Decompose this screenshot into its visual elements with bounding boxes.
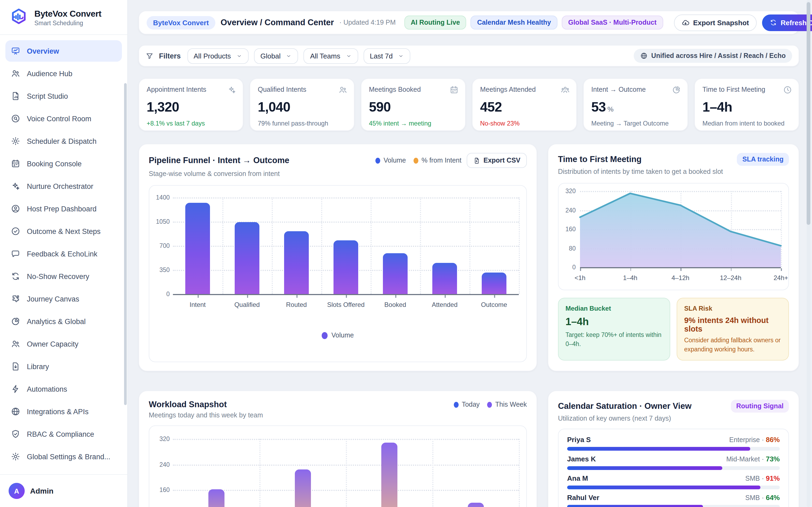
y-axis-tick-label: 320 — [151, 436, 170, 442]
sidebar-item-analytics-global[interactable]: Analytics & Global — [5, 311, 122, 332]
utilization-fill — [567, 486, 761, 489]
sidebar-item-script-studio[interactable]: Script Studio — [5, 85, 122, 107]
sidebar-item-global-settings-brand[interactable]: Global Settings & Brand... — [5, 446, 122, 467]
chevron-down-icon — [398, 53, 404, 59]
x-axis-tick — [781, 268, 782, 271]
sidebar-item-rbac-compliance[interactable]: RBAC & Compliance — [5, 423, 122, 445]
refresh-data-button[interactable]: Refresh Data — [762, 14, 812, 31]
ttfm-title: Time to First Meeting — [558, 155, 642, 164]
sidebar-item-outcome-next-steps[interactable]: Outcome & Next Steps — [5, 221, 122, 242]
sidebar-item-no-show-recovery[interactable]: No-Show Recovery — [5, 266, 122, 287]
sidebar-item-label: Nurture Orchestrator — [27, 182, 93, 190]
y-axis-tick-label: 0 — [559, 264, 576, 270]
sidebar-item-label: Automations — [27, 385, 67, 393]
saturation-row-rahul-ver: Rahul VerSMB · 64% — [567, 494, 780, 507]
x-axis-label: 4–12h — [662, 274, 699, 282]
sidebar-item-label: Script Studio — [27, 92, 68, 100]
kpi-title: Meetings Booked — [369, 86, 458, 93]
kpi-title: Qualified Intents — [258, 86, 346, 93]
sidebar-item-label: Overview — [27, 47, 59, 55]
y-axis-tick-label: 240 — [151, 461, 170, 467]
users-icon — [338, 85, 348, 95]
sidebar-item-journey-canvas[interactable]: Journey Canvas — [5, 288, 122, 309]
page-scrollbar[interactable] — [807, 0, 810, 507]
sidebar-item-label: Journey Canvas — [27, 295, 79, 303]
y-axis-tick-label: 160 — [559, 226, 576, 232]
y-axis-tick-label: 700 — [151, 242, 170, 249]
filter-dropdown-all-teams[interactable]: All Teams — [304, 48, 358, 64]
ttfm-area-series — [580, 191, 781, 267]
y-axis-tick-label: 240 — [559, 207, 576, 213]
funnel-chart: 035070010501400IntentQualifiedRoutedSlot… — [149, 185, 527, 362]
filter-dropdown-all-products[interactable]: All Products — [187, 48, 249, 64]
status-badge-ai-routing-live: AI Routing Live — [404, 15, 466, 30]
sidebar-item-feedback-echolink[interactable]: Feedback & EchoLink — [5, 243, 122, 265]
avatar[interactable]: A — [9, 483, 25, 499]
vertical-gridline — [370, 198, 372, 294]
kpi-card-appointment-intents: Appointment Intents1,320+8.1% vs last 7 … — [139, 78, 243, 131]
sidebar-item-owner-capacity[interactable]: Owner Capacity — [5, 333, 122, 355]
kpi-card-qualified-intents: Qualified Intents1,04079% funnel pass-th… — [250, 78, 354, 131]
page-header: ByteVox Convert Overview / Command Cente… — [139, 11, 799, 34]
utilization-fill — [567, 466, 722, 470]
export-csv-button[interactable]: Export CSV — [467, 153, 527, 168]
sidebar-item-booking-console[interactable]: Booking Console — [5, 153, 122, 174]
sidebar-item-library[interactable]: Library — [5, 356, 122, 377]
sidebar-item-integrations-apis[interactable]: Integrations & APIs — [5, 401, 122, 422]
utilization-track — [567, 486, 780, 489]
funnel-bar-qualified — [235, 222, 259, 294]
brand-pill[interactable]: ByteVox Convert — [147, 16, 215, 29]
funnel-legend: Volume% from Intent — [375, 157, 461, 164]
ttfm-insights: Median Bucket 1–4h Target: keep 70%+ of … — [558, 298, 789, 361]
x-axis-tick — [445, 295, 446, 298]
export-snapshot-button[interactable]: Export Snapshot — [674, 14, 756, 31]
y-axis-tick-label: 1400 — [151, 194, 170, 201]
kpi-card-intent-outcome: Intent → Outcome53%Meeting → Target Outc… — [583, 78, 688, 131]
routing-signal-chip: Routing Signal — [731, 400, 789, 412]
filter-dropdown-last-7d[interactable]: Last 7d — [363, 48, 410, 64]
utilization-track — [567, 447, 780, 451]
refresh-icon — [769, 19, 777, 26]
vertical-gridline — [469, 198, 470, 294]
admin-footer[interactable]: A Admin — [0, 474, 127, 507]
owner-utilization: 73% — [766, 455, 780, 463]
file-download-icon — [473, 157, 480, 164]
page-title: Overview / Command Center — [221, 18, 334, 27]
sidebar-scrollbar[interactable] — [124, 83, 127, 405]
status-badge-calendar-mesh-healthy: Calendar Mesh Healthy — [471, 15, 557, 30]
sidebar-item-host-prep-dashboard[interactable]: Host Prep Dashboard — [5, 198, 122, 219]
puzzle-icon — [11, 294, 20, 304]
owner-name: James K — [567, 455, 596, 463]
kpi-value: 452 — [480, 99, 569, 115]
sidebar-item-label: Feedback & EchoLink — [27, 250, 97, 258]
saturation-row-ana-m: Ana MSMB · 91% — [567, 474, 780, 489]
filter-dropdown-global[interactable]: Global — [254, 48, 298, 64]
vertical-gridline — [781, 191, 782, 267]
vertical-gridline — [222, 198, 223, 294]
users-icon — [11, 69, 20, 78]
utilization-track — [567, 505, 780, 507]
owner-name: Priya S — [567, 436, 591, 444]
sidebar-item-scheduler-dispatch[interactable]: Scheduler & Dispatch — [5, 130, 122, 152]
legend-item-this-week: This Week — [487, 401, 527, 408]
filter-dropdown-value: Last 7d — [370, 52, 393, 60]
sidebar-item-overview[interactable]: Overview — [5, 40, 122, 62]
page-scrollbar-thumb[interactable] — [807, 2, 810, 225]
saturation-list: Priya SEnterprise · 86%James KMid-Market… — [558, 429, 789, 507]
legend-item-volume: Volume — [375, 157, 406, 164]
kpi-delta: Median from intent to booked — [702, 120, 791, 127]
kpi-row: Appointment Intents1,320+8.1% vs last 7 … — [139, 78, 799, 131]
sidebar-item-audience-hub[interactable]: Audience Hub — [5, 63, 122, 84]
funnel-icon — [146, 52, 154, 60]
x-axis-label: 1–4h — [611, 274, 649, 282]
sidebar-item-label: Integrations & APIs — [27, 407, 89, 415]
lightning-icon — [11, 384, 20, 394]
sidebar-item-automations[interactable]: Automations — [5, 378, 122, 400]
gridline — [173, 198, 519, 199]
sidebar-item-nurture-orchestrator[interactable]: Nurture Orchestrator — [5, 175, 122, 197]
sidebar-item-label: Voice Control Room — [27, 115, 91, 123]
vertical-gridline — [519, 198, 520, 294]
sidebar-item-voice-control-room[interactable]: Voice Control Room — [5, 108, 122, 129]
x-axis-tick — [395, 295, 396, 298]
vertical-gridline — [346, 439, 347, 507]
